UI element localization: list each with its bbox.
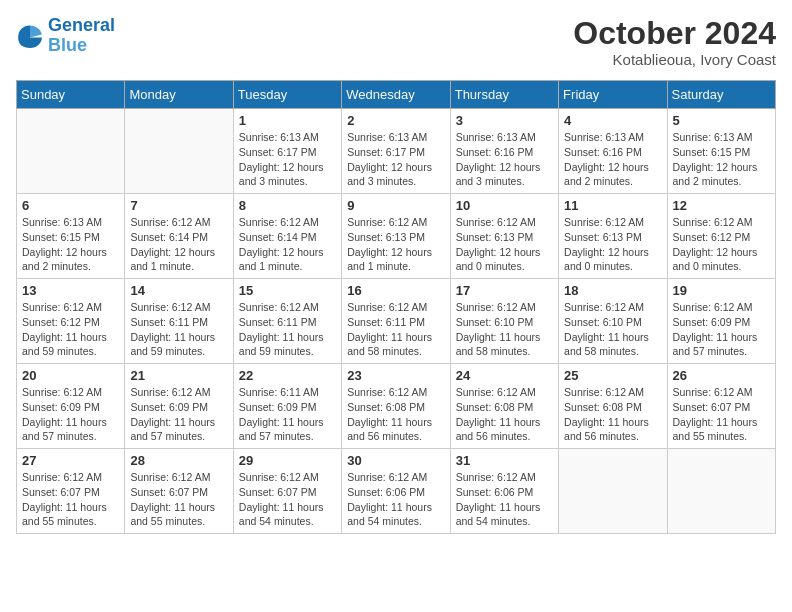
weekday-header: Monday: [125, 81, 233, 109]
day-info: Sunrise: 6:12 AM Sunset: 6:13 PM Dayligh…: [456, 215, 553, 274]
day-info: Sunrise: 6:12 AM Sunset: 6:07 PM Dayligh…: [673, 385, 770, 444]
day-info: Sunrise: 6:13 AM Sunset: 6:17 PM Dayligh…: [239, 130, 336, 189]
calendar-cell: 28Sunrise: 6:12 AM Sunset: 6:07 PM Dayli…: [125, 449, 233, 534]
calendar-cell: 25Sunrise: 6:12 AM Sunset: 6:08 PM Dayli…: [559, 364, 667, 449]
day-info: Sunrise: 6:12 AM Sunset: 6:13 PM Dayligh…: [564, 215, 661, 274]
calendar-cell: 13Sunrise: 6:12 AM Sunset: 6:12 PM Dayli…: [17, 279, 125, 364]
calendar-cell: 5Sunrise: 6:13 AM Sunset: 6:15 PM Daylig…: [667, 109, 775, 194]
day-number: 11: [564, 198, 661, 213]
day-number: 13: [22, 283, 119, 298]
day-number: 16: [347, 283, 444, 298]
calendar-cell: 18Sunrise: 6:12 AM Sunset: 6:10 PM Dayli…: [559, 279, 667, 364]
day-info: Sunrise: 6:13 AM Sunset: 6:16 PM Dayligh…: [456, 130, 553, 189]
day-number: 14: [130, 283, 227, 298]
calendar-cell: [559, 449, 667, 534]
day-number: 22: [239, 368, 336, 383]
day-number: 3: [456, 113, 553, 128]
day-info: Sunrise: 6:13 AM Sunset: 6:16 PM Dayligh…: [564, 130, 661, 189]
day-number: 25: [564, 368, 661, 383]
week-row: 1Sunrise: 6:13 AM Sunset: 6:17 PM Daylig…: [17, 109, 776, 194]
calendar-cell: 3Sunrise: 6:13 AM Sunset: 6:16 PM Daylig…: [450, 109, 558, 194]
day-number: 30: [347, 453, 444, 468]
day-number: 24: [456, 368, 553, 383]
day-info: Sunrise: 6:12 AM Sunset: 6:14 PM Dayligh…: [239, 215, 336, 274]
calendar-cell: 14Sunrise: 6:12 AM Sunset: 6:11 PM Dayli…: [125, 279, 233, 364]
calendar-cell: 20Sunrise: 6:12 AM Sunset: 6:09 PM Dayli…: [17, 364, 125, 449]
calendar-cell: 4Sunrise: 6:13 AM Sunset: 6:16 PM Daylig…: [559, 109, 667, 194]
day-number: 29: [239, 453, 336, 468]
day-number: 10: [456, 198, 553, 213]
day-info: Sunrise: 6:12 AM Sunset: 6:09 PM Dayligh…: [673, 300, 770, 359]
calendar-cell: 6Sunrise: 6:13 AM Sunset: 6:15 PM Daylig…: [17, 194, 125, 279]
day-info: Sunrise: 6:12 AM Sunset: 6:07 PM Dayligh…: [22, 470, 119, 529]
day-number: 26: [673, 368, 770, 383]
day-info: Sunrise: 6:12 AM Sunset: 6:06 PM Dayligh…: [347, 470, 444, 529]
day-info: Sunrise: 6:12 AM Sunset: 6:06 PM Dayligh…: [456, 470, 553, 529]
location-subtitle: Kotablieoua, Ivory Coast: [573, 51, 776, 68]
calendar-cell: 16Sunrise: 6:12 AM Sunset: 6:11 PM Dayli…: [342, 279, 450, 364]
day-number: 7: [130, 198, 227, 213]
day-number: 1: [239, 113, 336, 128]
logo-icon: [16, 22, 44, 50]
calendar-cell: 29Sunrise: 6:12 AM Sunset: 6:07 PM Dayli…: [233, 449, 341, 534]
day-info: Sunrise: 6:12 AM Sunset: 6:10 PM Dayligh…: [564, 300, 661, 359]
calendar-table: SundayMondayTuesdayWednesdayThursdayFrid…: [16, 80, 776, 534]
calendar-cell: 19Sunrise: 6:12 AM Sunset: 6:09 PM Dayli…: [667, 279, 775, 364]
day-number: 6: [22, 198, 119, 213]
calendar-cell: 24Sunrise: 6:12 AM Sunset: 6:08 PM Dayli…: [450, 364, 558, 449]
day-info: Sunrise: 6:13 AM Sunset: 6:15 PM Dayligh…: [22, 215, 119, 274]
day-info: Sunrise: 6:13 AM Sunset: 6:15 PM Dayligh…: [673, 130, 770, 189]
day-number: 4: [564, 113, 661, 128]
day-info: Sunrise: 6:12 AM Sunset: 6:08 PM Dayligh…: [456, 385, 553, 444]
weekday-header: Wednesday: [342, 81, 450, 109]
week-row: 13Sunrise: 6:12 AM Sunset: 6:12 PM Dayli…: [17, 279, 776, 364]
weekday-header-row: SundayMondayTuesdayWednesdayThursdayFrid…: [17, 81, 776, 109]
calendar-cell: 15Sunrise: 6:12 AM Sunset: 6:11 PM Dayli…: [233, 279, 341, 364]
day-number: 12: [673, 198, 770, 213]
weekday-header: Saturday: [667, 81, 775, 109]
day-info: Sunrise: 6:12 AM Sunset: 6:08 PM Dayligh…: [347, 385, 444, 444]
calendar-cell: [667, 449, 775, 534]
logo: General Blue: [16, 16, 115, 56]
weekday-header: Thursday: [450, 81, 558, 109]
calendar-cell: 21Sunrise: 6:12 AM Sunset: 6:09 PM Dayli…: [125, 364, 233, 449]
title-block: October 2024 Kotablieoua, Ivory Coast: [573, 16, 776, 68]
day-info: Sunrise: 6:12 AM Sunset: 6:09 PM Dayligh…: [22, 385, 119, 444]
day-info: Sunrise: 6:12 AM Sunset: 6:07 PM Dayligh…: [239, 470, 336, 529]
calendar-cell: 30Sunrise: 6:12 AM Sunset: 6:06 PM Dayli…: [342, 449, 450, 534]
calendar-cell: 27Sunrise: 6:12 AM Sunset: 6:07 PM Dayli…: [17, 449, 125, 534]
day-info: Sunrise: 6:11 AM Sunset: 6:09 PM Dayligh…: [239, 385, 336, 444]
day-info: Sunrise: 6:12 AM Sunset: 6:11 PM Dayligh…: [239, 300, 336, 359]
day-info: Sunrise: 6:12 AM Sunset: 6:07 PM Dayligh…: [130, 470, 227, 529]
day-number: 28: [130, 453, 227, 468]
calendar-cell: 7Sunrise: 6:12 AM Sunset: 6:14 PM Daylig…: [125, 194, 233, 279]
day-number: 27: [22, 453, 119, 468]
day-number: 9: [347, 198, 444, 213]
day-info: Sunrise: 6:12 AM Sunset: 6:10 PM Dayligh…: [456, 300, 553, 359]
day-info: Sunrise: 6:13 AM Sunset: 6:17 PM Dayligh…: [347, 130, 444, 189]
day-number: 31: [456, 453, 553, 468]
calendar-cell: 23Sunrise: 6:12 AM Sunset: 6:08 PM Dayli…: [342, 364, 450, 449]
calendar-cell: [125, 109, 233, 194]
calendar-cell: 12Sunrise: 6:12 AM Sunset: 6:12 PM Dayli…: [667, 194, 775, 279]
day-number: 8: [239, 198, 336, 213]
week-row: 27Sunrise: 6:12 AM Sunset: 6:07 PM Dayli…: [17, 449, 776, 534]
day-number: 18: [564, 283, 661, 298]
day-info: Sunrise: 6:12 AM Sunset: 6:12 PM Dayligh…: [673, 215, 770, 274]
weekday-header: Tuesday: [233, 81, 341, 109]
day-number: 23: [347, 368, 444, 383]
day-number: 5: [673, 113, 770, 128]
day-number: 19: [673, 283, 770, 298]
month-title: October 2024: [573, 16, 776, 51]
day-info: Sunrise: 6:12 AM Sunset: 6:09 PM Dayligh…: [130, 385, 227, 444]
weekday-header: Sunday: [17, 81, 125, 109]
calendar-cell: 22Sunrise: 6:11 AM Sunset: 6:09 PM Dayli…: [233, 364, 341, 449]
logo-text: General Blue: [48, 16, 115, 56]
day-number: 17: [456, 283, 553, 298]
day-number: 2: [347, 113, 444, 128]
week-row: 6Sunrise: 6:13 AM Sunset: 6:15 PM Daylig…: [17, 194, 776, 279]
day-info: Sunrise: 6:12 AM Sunset: 6:11 PM Dayligh…: [130, 300, 227, 359]
calendar-cell: 11Sunrise: 6:12 AM Sunset: 6:13 PM Dayli…: [559, 194, 667, 279]
calendar-cell: 1Sunrise: 6:13 AM Sunset: 6:17 PM Daylig…: [233, 109, 341, 194]
day-number: 21: [130, 368, 227, 383]
